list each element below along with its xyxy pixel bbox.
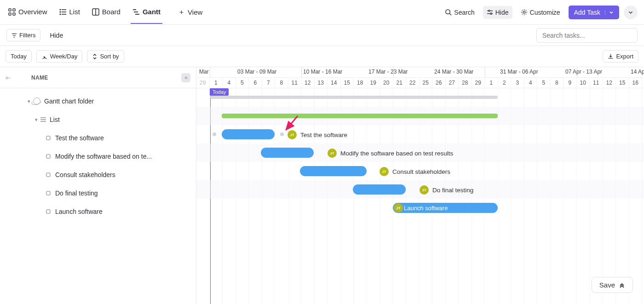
task-label: Consult stakeholders (55, 171, 115, 178)
add-task-button[interactable]: Add Task (569, 6, 619, 19)
tab-label: Gantt (143, 8, 161, 16)
top-right-actions: Search Hide Customize Add Task (441, 6, 638, 19)
search-label: Search (454, 9, 474, 16)
list-row[interactable]: ▾ List (0, 110, 196, 129)
svg-point-6 (60, 11, 61, 12)
gantt-grid[interactable]: Today JT Test the software (196, 88, 644, 304)
filters-button[interactable]: Filters (6, 29, 40, 41)
plus-icon: ＋ (178, 8, 185, 17)
list-span-bar[interactable] (222, 114, 498, 118)
folder-icon (33, 98, 40, 105)
search-action[interactable]: Search (441, 6, 478, 19)
save-button[interactable]: Save (592, 277, 633, 293)
svg-point-20 (490, 13, 492, 14)
chevron-down-icon (628, 10, 633, 15)
filter-icon (12, 33, 17, 38)
chevron-down-icon[interactable] (605, 10, 614, 15)
assignee-avatar[interactable]: JT (328, 149, 337, 158)
day-cell: 28 (459, 78, 472, 88)
drag-handle[interactable] (280, 132, 284, 136)
gantt-row-task: JT Do final testing (196, 180, 644, 199)
gantt-row-folder (196, 88, 644, 107)
tab-board[interactable]: Board (90, 0, 122, 24)
day-cell: 21 (393, 78, 407, 88)
drag-handle[interactable] (213, 132, 216, 136)
add-column-button[interactable]: ＋ (181, 73, 190, 82)
day-cell: 3 (511, 78, 524, 88)
day-cell: 22 (406, 78, 420, 88)
timescale-button[interactable]: Week/Day (36, 50, 83, 63)
gear-icon (521, 9, 528, 16)
folder-label: Gantt chart folder (44, 98, 94, 105)
task-bar-final[interactable] (353, 184, 406, 195)
task-bar-consult[interactable] (300, 166, 367, 176)
tab-label: List (69, 8, 80, 16)
day-cell: 29 (472, 78, 485, 88)
day-cell: 10 (577, 78, 590, 88)
folder-span-bar[interactable] (210, 96, 498, 99)
status-dot (46, 209, 51, 214)
timescale-label: Week/Day (50, 53, 78, 60)
day-cell: 18 (354, 78, 367, 88)
day-cell: 14 (328, 78, 341, 88)
svg-point-4 (60, 9, 61, 10)
export-label: Export (616, 53, 633, 60)
timeline-days-header: 29 1 4 5 6 7 8 11 12 13 14 15 18 19 20 2… (196, 78, 644, 88)
svg-line-26 (44, 56, 45, 57)
more-menu-button[interactable] (624, 6, 638, 19)
task-row[interactable]: Test the software (0, 129, 196, 147)
day-cell: 29 (196, 78, 210, 88)
tab-list[interactable]: List (58, 0, 82, 24)
task-bar-label: JT Consult stakeholders (380, 167, 450, 176)
task-bar-test[interactable] (222, 129, 275, 139)
assignee-avatar[interactable]: JT (394, 203, 403, 212)
folder-row[interactable]: ▾ Gantt chart folder (0, 92, 196, 110)
day-cell: 11 (590, 78, 603, 88)
task-bar-modify[interactable] (261, 148, 314, 158)
task-sidebar: ⇤ NAME ＋ ▾ Gantt chart folder ▾ List Tes… (0, 67, 196, 304)
day-cell: 7 (262, 78, 276, 88)
gantt-row-list (196, 107, 644, 125)
day-cell: 11 (288, 78, 302, 88)
week-label: 24 Mar - 30 Mar (432, 67, 473, 75)
svg-point-18 (488, 10, 489, 11)
name-column-header: NAME (31, 75, 48, 81)
day-cell: 6 (249, 78, 262, 88)
search-tasks-box[interactable] (536, 28, 638, 43)
gantt-row-task: JT Launch software (196, 199, 644, 217)
week-label: 17 Mar - 23 Mar (367, 67, 408, 75)
add-view-button[interactable]: ＋ View (178, 8, 202, 17)
hide-action[interactable]: Hide (483, 6, 512, 19)
task-row[interactable]: Launch software (0, 202, 196, 221)
save-label: Save (599, 281, 615, 289)
search-tasks-input[interactable] (542, 32, 632, 39)
sidebar-header: ⇤ NAME ＋ (0, 67, 196, 88)
collapse-sidebar-icon[interactable]: ⇤ (6, 74, 11, 81)
tab-gantt[interactable]: Gantt (131, 0, 162, 24)
export-button[interactable]: Export (603, 50, 638, 63)
assignee-avatar[interactable]: JT (380, 167, 389, 176)
chevron-down-icon[interactable]: ▾ (35, 117, 38, 123)
timescale-icon (41, 53, 48, 60)
chevron-down-icon[interactable]: ▾ (28, 98, 30, 104)
day-cell: 12 (301, 78, 315, 88)
customize-action[interactable]: Customize (517, 6, 564, 19)
day-cell: 8 (275, 78, 288, 88)
assignee-avatar[interactable]: JT (420, 185, 429, 195)
task-row[interactable]: Consult stakeholders (0, 166, 196, 184)
day-cell: 9 (564, 78, 577, 88)
assignee-avatar[interactable]: JT (288, 130, 297, 139)
day-cell: 5 (236, 78, 249, 88)
tab-overview[interactable]: Overview (6, 0, 49, 24)
week-label: 31 Mar - 06 Apr (498, 67, 538, 75)
hide-link[interactable]: Hide (50, 32, 63, 39)
view-tabs: Overview List Board Gantt ＋ View (6, 0, 202, 24)
day-cell: 4 (223, 78, 236, 88)
task-row[interactable]: Modify the software based on te... (0, 147, 196, 166)
task-bar-label: JT Modify the software based on test res… (328, 149, 453, 158)
task-bar-launch[interactable]: JT Launch software (393, 203, 498, 213)
today-button[interactable]: Today (6, 50, 32, 63)
sort-button[interactable]: Sort by (87, 50, 124, 63)
task-row[interactable]: Do final testing (0, 184, 196, 202)
day-cell: 2 (498, 78, 512, 88)
